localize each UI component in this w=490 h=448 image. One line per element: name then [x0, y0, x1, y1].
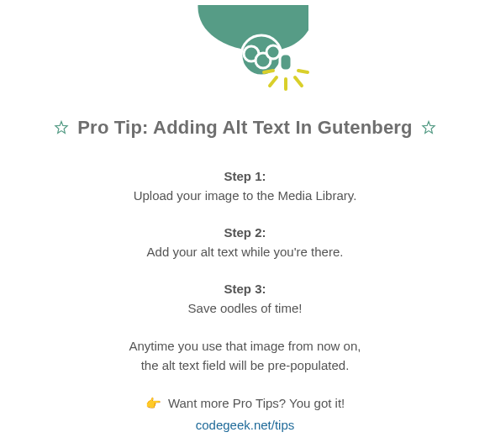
step-item: Step 3: Save oodles of time! — [0, 280, 490, 318]
star-icon — [54, 120, 69, 135]
step-label: Step 1: — [0, 167, 490, 187]
logo — [0, 5, 490, 102]
svg-line-6 — [270, 77, 277, 86]
note: Anytime you use that image from now on, … — [0, 336, 490, 376]
pointing-right-icon: 👉 — [145, 396, 161, 410]
svg-line-9 — [298, 71, 308, 72]
note-line: Anytime you use that image from now on, — [0, 336, 490, 356]
step-text: Save oodles of time! — [0, 299, 490, 319]
tips-link[interactable]: codegeek.net/tips — [196, 416, 295, 435]
cta: 👉 Want more Pro Tips? You got it! codege… — [0, 394, 490, 435]
step-item: Step 1: Upload your image to the Media L… — [0, 167, 490, 205]
steps-list: Step 1: Upload your image to the Media L… — [0, 167, 490, 435]
svg-point-3 — [266, 45, 280, 59]
star-icon — [421, 120, 436, 135]
svg-line-8 — [264, 71, 273, 72]
step-label: Step 3: — [0, 280, 490, 299]
step-text: Add your alt text while you're there. — [0, 243, 490, 262]
step-text: Upload your image to the Media Library. — [0, 187, 490, 206]
title-text: Pro Tip: Adding Alt Text In Gutenberg — [77, 117, 413, 139]
svg-rect-4 — [280, 54, 292, 71]
page-title: Pro Tip: Adding Alt Text In Gutenberg — [0, 117, 490, 139]
cta-text: Want more Pro Tips? You got it! — [168, 396, 345, 410]
step-item: Step 2: Add your alt text while you're t… — [0, 224, 490, 261]
step-label: Step 2: — [0, 224, 490, 243]
note-line: the alt text field will be pre-populated… — [0, 356, 490, 375]
svg-line-7 — [295, 77, 302, 86]
